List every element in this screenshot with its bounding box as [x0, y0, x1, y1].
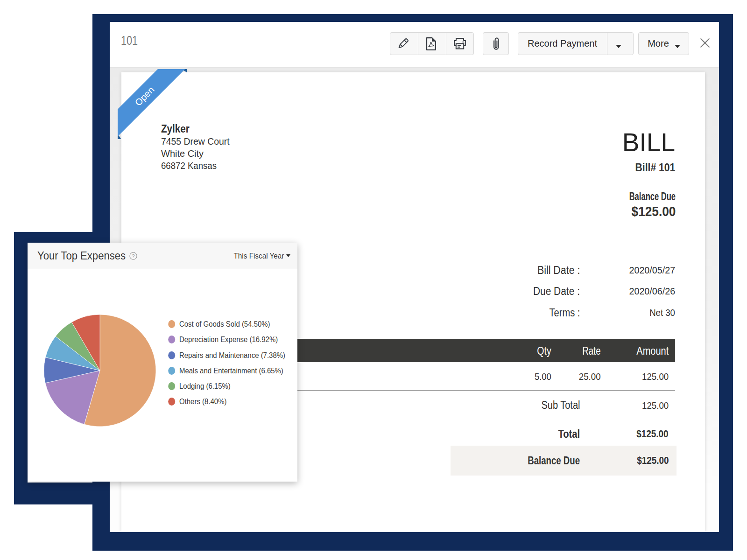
svg-text:?: ?: [132, 253, 134, 259]
